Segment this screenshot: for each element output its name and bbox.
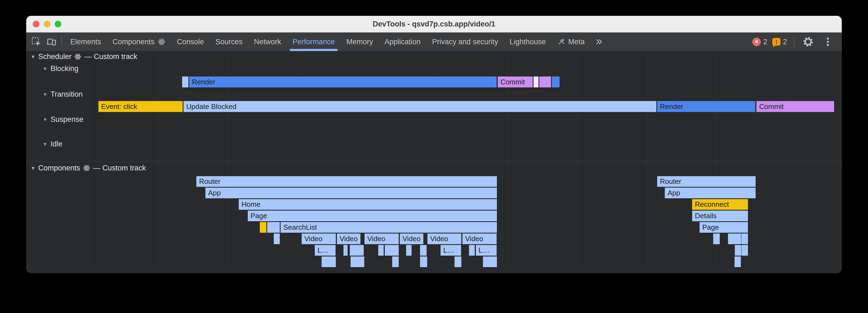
flame-bar[interactable]	[420, 256, 427, 267]
collapse-triangle-icon[interactable]: ▼	[31, 54, 36, 59]
tab-label: Memory	[346, 38, 373, 46]
flame-bar[interactable]	[406, 245, 411, 256]
flame-bar-reconnect[interactable]: Reconnect	[692, 199, 748, 210]
tab-performance[interactable]: Performance	[287, 33, 341, 51]
flame-bar[interactable]	[392, 256, 399, 267]
flame-bar-event-click[interactable]: Event: click	[98, 101, 183, 112]
flame-bar[interactable]	[735, 245, 741, 256]
flame-bar[interactable]	[378, 245, 384, 256]
timeline-gridline	[577, 51, 577, 269]
flame-bar[interactable]	[260, 222, 266, 233]
collapse-triangle-icon[interactable]: ▼	[31, 166, 36, 171]
flame-bar[interactable]	[350, 256, 364, 267]
zoom-window-button[interactable]	[55, 21, 61, 27]
flame-bar[interactable]	[735, 256, 741, 267]
flame-bar[interactable]	[343, 245, 348, 256]
flame-bar-label: Event: click	[101, 102, 137, 111]
flame-bar-render[interactable]: Render	[189, 76, 497, 88]
tab-components[interactable]: Components	[107, 33, 171, 51]
window-titlebar: DevTools - qsvd7p.csb.app/video/1	[26, 16, 842, 33]
flame-bar-video[interactable]: Video	[302, 234, 336, 244]
tab-label: Application	[384, 38, 421, 46]
tab-sources[interactable]: Sources	[210, 33, 248, 51]
lane-idle[interactable]: ▼Idle	[43, 140, 62, 148]
console-warnings-badge[interactable]: ! 2	[772, 38, 787, 46]
device-toolbar-button[interactable]	[44, 34, 59, 49]
flame-bar-label: Commit	[759, 102, 784, 111]
flame-bar[interactable]	[321, 256, 336, 267]
flame-bar-page[interactable]: Page	[700, 222, 748, 233]
tab-console[interactable]: Console	[171, 33, 210, 51]
minimize-window-button[interactable]	[44, 21, 50, 27]
flame-bar-label: Video	[304, 235, 322, 243]
flame-bar[interactable]	[350, 245, 364, 256]
flame-bar-render[interactable]: Render	[657, 101, 755, 112]
lane-suspense[interactable]: ▼Suspense	[43, 115, 84, 124]
flame-bar-commit[interactable]: Commit	[498, 76, 533, 88]
collapse-triangle-icon[interactable]: ▼	[43, 66, 48, 71]
settings-button[interactable]	[801, 34, 815, 49]
flame-bar-searchlist[interactable]: SearchList	[281, 222, 497, 233]
track-header-components[interactable]: ▼Components— Custom track	[31, 164, 146, 172]
flame-bar[interactable]	[267, 222, 280, 233]
toolbar-divider	[794, 37, 794, 47]
flame-bar-video[interactable]: Video	[400, 234, 423, 244]
flame-bar-app[interactable]: App	[206, 188, 497, 198]
flame-bar-video[interactable]: Video	[337, 234, 361, 244]
tab-elements[interactable]: Elements	[65, 33, 107, 51]
flame-bar-app[interactable]: App	[665, 188, 755, 198]
flame-bar[interactable]	[742, 245, 748, 256]
track-suffix: — Custom track	[93, 164, 146, 172]
flame-bar[interactable]	[469, 245, 475, 256]
lane-blocking[interactable]: ▼Blocking	[43, 65, 79, 73]
flame-bar-video[interactable]: Video	[428, 234, 461, 244]
inspect-element-button[interactable]	[29, 34, 44, 49]
track-header-scheduler[interactable]: ▼Scheduler— Custom track	[31, 53, 137, 61]
warning-count: 2	[783, 38, 787, 46]
flame-bar-label: Page	[702, 223, 719, 232]
flame-bar-l[interactable]: L…	[440, 245, 461, 256]
flame-bar-page[interactable]: Page	[248, 211, 497, 221]
flame-bar[interactable]	[552, 76, 560, 88]
flame-bar[interactable]	[728, 234, 741, 244]
devtools-toolbar: ElementsComponentsConsoleSourcesNetworkP…	[26, 33, 842, 51]
tab-network[interactable]: Network	[248, 33, 287, 51]
flame-bar-update-blocked[interactable]: Update Blocked	[184, 101, 656, 112]
collapse-triangle-icon[interactable]: ▼	[43, 117, 48, 122]
flame-bar[interactable]	[274, 234, 280, 244]
flame-bar[interactable]	[741, 234, 748, 244]
tab-privacy-and-security[interactable]: Privacy and security	[426, 33, 504, 51]
flame-bar-label: App	[208, 189, 221, 197]
close-window-button[interactable]	[33, 21, 39, 27]
flame-bar[interactable]	[539, 76, 551, 88]
tab-lighthouse[interactable]: Lighthouse	[504, 33, 552, 51]
flame-bar[interactable]	[455, 256, 461, 267]
lane-label: Blocking	[51, 65, 79, 73]
tab-memory[interactable]: Memory	[340, 33, 379, 51]
flame-bar-label: Reconnect	[695, 200, 729, 209]
flame-bar-commit[interactable]: Commit	[756, 101, 834, 112]
collapse-triangle-icon[interactable]: ▼	[43, 142, 48, 147]
flame-bar-router[interactable]: Router	[657, 176, 755, 187]
flame-bar[interactable]	[385, 245, 399, 256]
flame-bar[interactable]	[420, 245, 427, 256]
flame-bar-video[interactable]: Video	[365, 234, 399, 244]
flame-bar[interactable]	[483, 256, 497, 267]
more-tabs-button[interactable]	[591, 34, 606, 49]
tab-meta[interactable]: Meta	[552, 33, 590, 51]
flame-bar-details[interactable]: Details	[692, 211, 748, 221]
flame-bar[interactable]	[182, 76, 188, 88]
flame-bar-router[interactable]: Router	[196, 176, 497, 187]
tab-application[interactable]: Application	[379, 33, 426, 51]
console-errors-badge[interactable]: × 2	[752, 38, 767, 46]
flame-bar-video[interactable]: Video	[462, 234, 497, 244]
flame-bar-l[interactable]: L…	[476, 245, 497, 256]
lane-label: Suspense	[51, 115, 84, 124]
flame-bar-home[interactable]: Home	[239, 199, 497, 210]
flame-bar-l[interactable]: L…	[315, 245, 336, 256]
flame-bar[interactable]	[533, 76, 538, 88]
flame-bar[interactable]	[713, 234, 720, 244]
collapse-triangle-icon[interactable]: ▼	[43, 92, 48, 97]
lane-transition[interactable]: ▼Transition	[43, 90, 83, 99]
customize-devtools-button[interactable]	[820, 34, 835, 49]
